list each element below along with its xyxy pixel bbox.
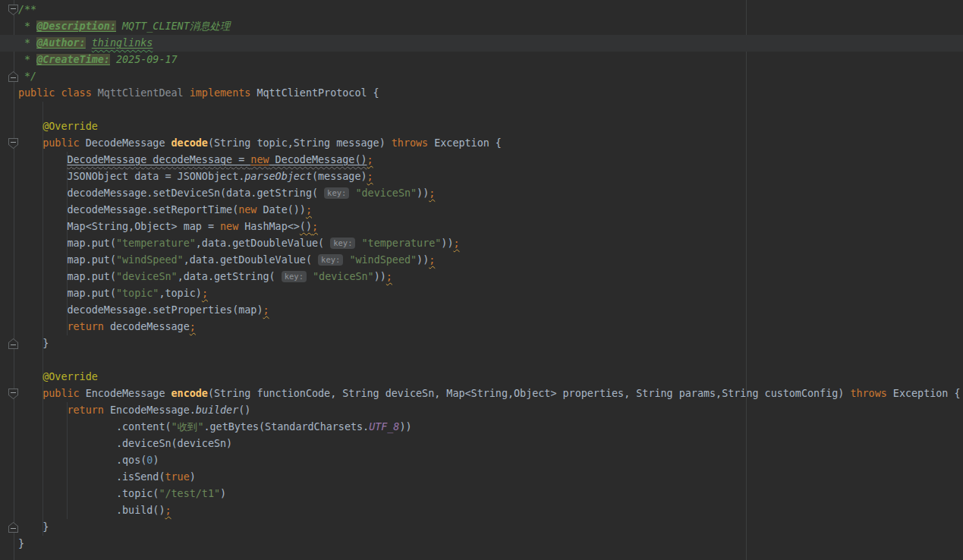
code-token: ; xyxy=(312,221,318,232)
fold-icon-inner xyxy=(9,389,17,398)
code-line[interactable]: */ xyxy=(0,68,963,85)
fold-collapse-icon[interactable] xyxy=(8,389,18,399)
code-token: decodeMessage.setProperties(map) xyxy=(18,304,263,316)
code-token xyxy=(355,238,361,249)
code-line[interactable]: map.put("topic",topic); xyxy=(0,285,963,302)
code-line[interactable]: .build(); xyxy=(0,502,963,519)
code-token: "deviceSn" xyxy=(355,187,417,199)
fold-collapse-icon[interactable] xyxy=(8,5,18,15)
code-token: new xyxy=(250,154,269,165)
code-line[interactable]: * @CreateTime: 2025-09-17 xyxy=(0,52,963,68)
code-token: ; xyxy=(429,187,435,199)
code-line[interactable]: .qos(0) xyxy=(0,452,963,469)
code-token: } xyxy=(18,538,24,549)
code-line[interactable]: public class MqttClientDeal implements M… xyxy=(0,85,963,102)
code-token-warning-wrap: DecodeMessage decodeMessage = xyxy=(68,154,251,165)
code-line[interactable]: public EncodeMessage encode(String funct… xyxy=(0,385,963,402)
code-line[interactable]: .isSend(true) xyxy=(0,469,963,486)
code-line[interactable]: DecodeMessage decodeMessage = new Decode… xyxy=(0,152,963,168)
code-line[interactable]: return EncodeMessage.builder() xyxy=(0,402,963,419)
fold-icon-dash xyxy=(11,392,16,393)
code-line[interactable]: JSONObject data = JSONObject.parseObject… xyxy=(0,168,963,185)
fold-end-icon[interactable] xyxy=(8,522,18,533)
code-token: ; xyxy=(263,304,269,316)
code-line[interactable]: return decodeMessage; xyxy=(0,319,963,335)
code-token: ) xyxy=(220,488,226,499)
code-token: throws xyxy=(392,137,428,149)
code-token: "收到" xyxy=(172,421,204,433)
code-line[interactable]: .topic("/test/t1") xyxy=(0,486,963,502)
code-token: "windSpeed" xyxy=(349,254,417,266)
fold-collapse-icon[interactable] xyxy=(8,138,18,149)
inlay-hint-key: key: xyxy=(330,238,355,249)
fold-end-icon[interactable] xyxy=(8,71,18,82)
code-token-warning-wrap: new xyxy=(250,154,269,165)
code-line[interactable]: * @Author: thinglinks xyxy=(0,35,963,52)
code-line[interactable]: @Override xyxy=(0,369,963,385)
code-token: "/test/t1" xyxy=(159,488,220,499)
code-token: DecodeMessage xyxy=(80,137,172,149)
code-token: ,data.getDoubleValue( xyxy=(196,238,330,249)
code-token: .build() xyxy=(18,505,165,516)
code-token: Date()) xyxy=(256,204,306,216)
code-line[interactable]: public DecodeMessage decode(String topic… xyxy=(0,135,963,152)
code-line[interactable]: } xyxy=(0,536,963,552)
code-token: public xyxy=(42,137,79,149)
code-line[interactable]: .deviceSn(deviceSn) xyxy=(0,436,963,452)
code-token: Map<String,Object> map = xyxy=(18,221,220,232)
code-line[interactable]: map.put("windSpeed",data.getDoubleValue(… xyxy=(0,252,963,269)
code-token: () xyxy=(238,404,250,416)
code-token: parseObject xyxy=(244,171,312,182)
code-token: public xyxy=(42,388,79,399)
code-line[interactable]: /** xyxy=(0,2,963,18)
code-line[interactable]: decodeMessage.setProperties(map); xyxy=(0,302,963,319)
code-token: () xyxy=(300,221,312,232)
code-token: return xyxy=(68,321,104,332)
code-token xyxy=(307,271,313,282)
code-token xyxy=(18,154,68,165)
code-token: MQTT_CLIENT消息处理 xyxy=(116,20,230,32)
code-token: .getBytes(StandardCharsets. xyxy=(203,421,369,433)
fold-icon-dash xyxy=(11,344,16,345)
code-token: decodeMessage.setDeviceSn(data.getString… xyxy=(18,187,324,199)
code-line[interactable]: map.put("temperature",data.getDoubleValu… xyxy=(0,235,963,252)
code-line[interactable]: Map<String,Object> map = new HashMap<>()… xyxy=(0,219,963,235)
fold-end-icon[interactable] xyxy=(8,338,18,349)
code-token: true xyxy=(165,471,189,483)
code-token: .topic( xyxy=(18,488,159,499)
fold-icon-inner xyxy=(9,139,17,148)
code-token: ; xyxy=(306,204,312,216)
fold-icon-dash xyxy=(11,142,16,143)
code-token: ; xyxy=(190,321,196,332)
code-token: map.put( xyxy=(18,288,116,299)
code-line[interactable]: decodeMessage.setReportTime(new Date()); xyxy=(0,202,963,219)
code-editor[interactable]: /** * @Description: MQTT_CLIENT消息处理 * @A… xyxy=(0,0,963,560)
code-line[interactable]: .content("收到".getBytes(StandardCharsets.… xyxy=(0,419,963,436)
code-token: return xyxy=(68,404,104,416)
code-token: DecodeMessage decodeMessage = xyxy=(68,154,251,165)
code-token xyxy=(18,371,42,382)
inlay-hint-key: key: xyxy=(318,254,343,266)
fold-icon-dash xyxy=(11,77,16,78)
code-token: (message) xyxy=(312,171,367,182)
code-line[interactable]: } xyxy=(0,335,963,352)
code-token: encode xyxy=(172,388,208,399)
code-token: Exception { xyxy=(428,137,502,149)
code-line[interactable]: @Override xyxy=(0,118,963,135)
code-token: (String topic,String message) xyxy=(208,137,392,149)
fold-icon-dash xyxy=(11,528,16,529)
code-token: ,topic) xyxy=(159,288,201,299)
code-token: 2025-09-17 xyxy=(110,54,178,65)
code-line[interactable]: * @Description: MQTT_CLIENT消息处理 xyxy=(0,18,963,35)
code-token: * xyxy=(18,54,36,65)
code-line[interactable] xyxy=(0,102,963,118)
code-token: ; xyxy=(453,238,459,249)
code-line[interactable] xyxy=(0,352,963,369)
code-token: "temperature" xyxy=(362,238,442,249)
code-token: } xyxy=(18,338,49,349)
code-area[interactable]: /** * @Description: MQTT_CLIENT消息处理 * @A… xyxy=(0,2,963,552)
fold-icon-inner xyxy=(9,5,17,14)
code-line[interactable]: map.put("deviceSn",data.getString( key: … xyxy=(0,269,963,285)
code-line[interactable]: } xyxy=(0,519,963,536)
code-line[interactable]: decodeMessage.setDeviceSn(data.getString… xyxy=(0,185,963,202)
